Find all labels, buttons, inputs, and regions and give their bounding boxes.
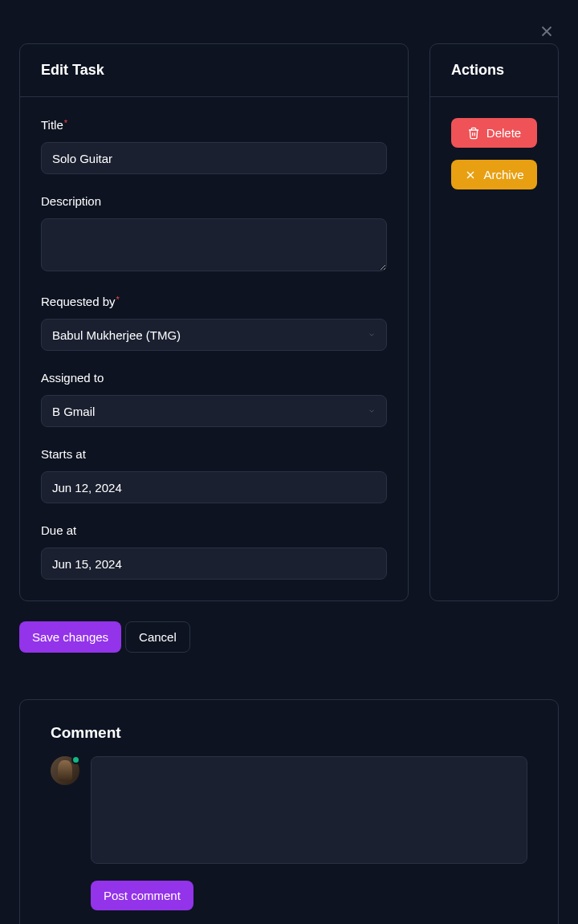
title-input[interactable] — [41, 142, 387, 174]
comment-input-wrap: Post comment — [91, 756, 527, 910]
comment-title: Comment — [51, 724, 527, 742]
actions-card: Actions Delete Archive — [429, 43, 559, 601]
actions-header: Actions — [430, 44, 558, 97]
starts-at-input[interactable] — [41, 471, 387, 503]
due-at-group: Due at — [41, 523, 387, 580]
due-at-label: Due at — [41, 523, 387, 537]
starts-at-label: Starts at — [41, 447, 387, 461]
delete-button[interactable]: Delete — [451, 118, 537, 148]
close-icon — [538, 22, 556, 40]
comment-row: Post comment — [51, 756, 527, 910]
requested-by-label-text: Requested by — [41, 295, 116, 308]
post-button-row: Post comment — [91, 881, 527, 910]
edit-task-card: Edit Task Title* Description Requested b… — [19, 43, 409, 601]
chevron-down-icon — [368, 407, 376, 415]
main-grid: Edit Task Title* Description Requested b… — [19, 43, 559, 601]
cancel-button[interactable]: Cancel — [125, 621, 190, 653]
description-label: Description — [41, 194, 387, 208]
assigned-to-select[interactable]: B Gmail — [41, 395, 387, 427]
comment-section: Comment Post comment — [19, 699, 559, 924]
avatar-image — [58, 760, 72, 781]
post-comment-button[interactable]: Post comment — [91, 881, 193, 910]
edit-task-header: Edit Task — [20, 44, 408, 97]
required-marker: * — [64, 118, 67, 128]
assigned-to-group: Assigned to B Gmail — [41, 371, 387, 427]
due-at-input[interactable] — [41, 547, 387, 580]
form-actions: Save changes Cancel — [19, 621, 559, 653]
edit-task-title: Edit Task — [41, 62, 387, 79]
save-changes-button[interactable]: Save changes — [19, 621, 121, 653]
x-icon — [464, 169, 477, 181]
requested-by-value: Babul Mukherjee (TMG) — [52, 328, 181, 342]
required-marker: * — [116, 295, 120, 304]
avatar-wrap — [51, 756, 79, 785]
archive-button[interactable]: Archive — [451, 160, 537, 189]
trash-icon — [467, 127, 480, 140]
title-group: Title* — [41, 118, 387, 174]
actions-title: Actions — [451, 62, 537, 79]
comment-textarea[interactable] — [91, 756, 527, 864]
requested-by-select[interactable]: Babul Mukherjee (TMG) — [41, 319, 387, 351]
actions-body: Delete Archive — [430, 97, 558, 210]
chevron-down-icon — [368, 331, 376, 339]
title-label: Title* — [41, 118, 387, 132]
description-textarea[interactable] — [41, 218, 387, 271]
requested-by-group: Requested by* Babul Mukherjee (TMG) — [41, 295, 387, 351]
edit-task-body: Title* Description Requested by* Babul M… — [20, 97, 408, 600]
requested-by-label: Requested by* — [41, 295, 387, 308]
close-button[interactable] — [535, 19, 559, 46]
title-label-text: Title — [41, 118, 63, 132]
archive-label: Archive — [483, 168, 523, 181]
description-group: Description — [41, 194, 387, 275]
starts-at-group: Starts at — [41, 447, 387, 503]
delete-label: Delete — [486, 126, 521, 140]
assigned-to-value: B Gmail — [52, 405, 95, 418]
presence-indicator-icon — [71, 755, 80, 764]
assigned-to-label: Assigned to — [41, 371, 387, 385]
